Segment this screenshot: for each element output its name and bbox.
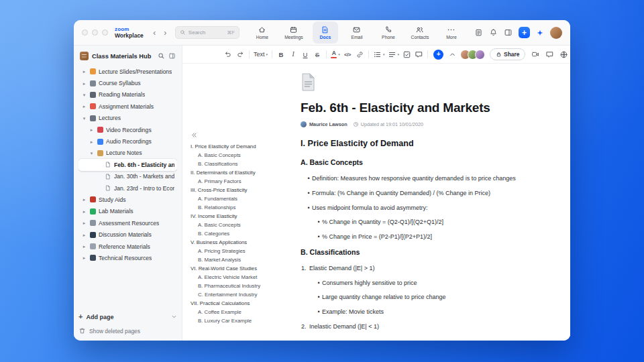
toc-item[interactable]: B. Pharmaceutical Industry [191, 282, 298, 290]
text-style-dropdown[interactable]: Text▾ [253, 49, 268, 60]
chevron-right-icon[interactable]: ▸ [81, 209, 87, 214]
undo-icon[interactable] [223, 49, 233, 60]
sidebar-item[interactable]: ▸Study Aids [78, 194, 177, 205]
sidebar-item[interactable]: ▸Video Recordings [78, 124, 177, 135]
toc-item[interactable]: B. Classifications [191, 160, 298, 168]
toc-item[interactable]: A. Basic Concepts [191, 151, 298, 160]
chevron-down-icon[interactable]: ▾ [89, 151, 95, 156]
ai-companion-icon[interactable] [536, 29, 544, 37]
collapse-toc-icon[interactable] [191, 131, 198, 139]
document-title[interactable]: Feb. 6th - Elasticity and Markets [301, 101, 534, 115]
sidebar-item[interactable]: ▾Lecture Notes [78, 147, 177, 159]
chevron-right-icon[interactable]: ▸ [89, 139, 95, 144]
toc-item[interactable]: II. Determinants of Elasticity [191, 168, 298, 177]
chevron-right-icon[interactable]: ▸ [81, 69, 87, 74]
chevron-right-icon[interactable]: ▸ [81, 221, 87, 225]
tab-docs[interactable]: Docs [313, 21, 338, 44]
italic-button[interactable]: I [288, 49, 299, 60]
chevron-right-icon[interactable]: ▸ [81, 81, 87, 86]
tab-email[interactable]: Email [344, 21, 370, 44]
toc-item[interactable]: A. Primary Factors [191, 177, 298, 186]
sidebar-item[interactable]: ▸Discussion Materials [78, 229, 177, 240]
sidebar-item[interactable]: ▸Lecture Slides/Presentations [78, 66, 177, 77]
tab-contacts[interactable]: Contacts [407, 21, 433, 44]
show-deleted-pages-button[interactable]: Show deleted pages [78, 327, 177, 335]
bullet-list-button[interactable]: ▾ [372, 49, 386, 60]
document-body[interactable]: I. Price Elasticity of DemandA. Basic Co… [301, 139, 534, 330]
toc-item[interactable]: B. Categories [191, 229, 298, 238]
sidebar-item[interactable]: Jan. 23rd - Intro to Econo... [78, 182, 177, 194]
sidebar-item[interactable]: ▾Lectures [78, 113, 177, 124]
tab-meetings[interactable]: Meetings [281, 21, 307, 44]
collaborator-avatar[interactable] [475, 50, 485, 60]
sidebar-item[interactable]: ▸Course Syllabus [78, 77, 177, 88]
sidebar-item[interactable]: Jan. 30th - Markets and P... [78, 171, 177, 182]
toc-item[interactable]: A. Fundamentals [191, 194, 298, 203]
chevron-right-icon[interactable]: ▸ [81, 233, 87, 237]
strikethrough-button[interactable]: S [312, 49, 323, 60]
start-video-icon[interactable] [531, 50, 540, 58]
chevron-right-icon[interactable]: ▸ [81, 255, 87, 260]
sidebar-item[interactable]: ▸Assignment Materials [78, 101, 177, 112]
checklist-button[interactable] [401, 49, 412, 60]
global-search-input[interactable]: Search ⌘F [175, 26, 239, 39]
align-button[interactable]: ▾ [387, 49, 400, 60]
sidebar-item[interactable]: ▸Audio Recordings [78, 135, 177, 147]
chevron-down-icon[interactable]: ▾ [81, 93, 87, 97]
sidebar-item[interactable]: ▸Reference Materials [78, 241, 177, 252]
language-icon[interactable] [559, 50, 568, 59]
toc-item[interactable]: I. Price Elasticity of Demand [191, 142, 298, 151]
sidebar-search-icon[interactable] [158, 52, 165, 60]
tab-more[interactable]: More [439, 21, 464, 44]
toc-item[interactable]: A. Coffee Example [191, 308, 298, 316]
minimize-button[interactable] [92, 29, 98, 36]
toc-item[interactable]: B. Relationships [191, 203, 298, 212]
toc-item[interactable]: B. Luxury Car Example [191, 316, 298, 325]
sidebar-item[interactable]: ▸Assessment Resources [78, 217, 177, 229]
chevron-right-icon[interactable]: ▸ [89, 127, 95, 132]
toc-item[interactable]: III. Cross-Price Elasticity [191, 186, 298, 194]
profile-avatar[interactable] [550, 27, 562, 39]
toc-item[interactable]: VII. Practical Calculations [191, 299, 298, 308]
underline-button[interactable]: U [300, 49, 311, 60]
sidebar-panel-icon[interactable] [168, 52, 176, 60]
chevron-down-icon[interactable] [171, 314, 177, 320]
toc-item[interactable]: IV. Income Elasticity [191, 212, 298, 221]
chat-icon[interactable] [545, 50, 554, 59]
sidebar-item[interactable]: ▸Lab Materials [78, 206, 177, 217]
chevron-right-icon[interactable]: ▸ [81, 244, 87, 249]
sidebar-item[interactable]: ▾Reading Materials [78, 89, 177, 101]
chevron-right-icon[interactable]: ▸ [81, 197, 87, 202]
new-button[interactable]: + [519, 27, 530, 38]
bold-button[interactable]: B [276, 49, 286, 60]
maximize-button[interactable] [102, 29, 108, 36]
toc-item[interactable]: A. Basic Concepts [191, 221, 298, 229]
redo-icon[interactable] [235, 49, 246, 60]
code-button[interactable]: </> [342, 49, 353, 60]
tab-home[interactable]: Home [250, 21, 275, 44]
toc-item[interactable]: A. Electric Vehicle Market [191, 273, 298, 282]
side-panel-icon[interactable] [504, 28, 513, 37]
add-page-button[interactable]: + Add page [78, 313, 177, 320]
text-color-button[interactable]: A▾ [330, 49, 341, 60]
share-button[interactable]: Share [490, 48, 525, 60]
back-button[interactable]: ‹ [150, 27, 159, 38]
sidebar-item[interactable]: ▸Technical Resources [78, 252, 177, 263]
notifications-icon[interactable] [489, 28, 498, 37]
close-button[interactable] [82, 29, 88, 36]
toc-item[interactable]: B. Market Analysis [191, 255, 298, 264]
tab-phone[interactable]: Phone [376, 21, 401, 44]
chevron-down-icon[interactable]: ▾ [81, 116, 87, 121]
link-icon[interactable] [354, 49, 365, 60]
insert-button[interactable]: + [433, 50, 443, 60]
forward-button[interactable]: › [161, 27, 170, 38]
toc-item[interactable]: V. Business Applications [191, 238, 298, 247]
sidebar-item[interactable]: Feb. 6th - Elasticity and M... [78, 159, 177, 170]
comment-button[interactable] [413, 49, 424, 60]
notes-icon[interactable] [474, 28, 483, 37]
chevron-right-icon[interactable]: ▸ [81, 104, 87, 109]
toc-item[interactable]: C. Entertainment Industry [191, 290, 298, 299]
toc-item[interactable]: VI. Real-World Case Studies [191, 264, 298, 273]
collapse-toolbar-button[interactable] [447, 49, 458, 60]
toc-item[interactable]: A. Pricing Strategies [191, 247, 298, 255]
